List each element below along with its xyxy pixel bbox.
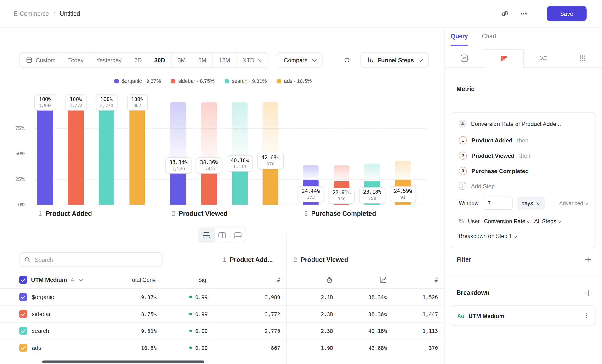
metric-title[interactable]: Conversion Rate of Product Adde... [471, 120, 561, 127]
breakdown-item[interactable]: Aa UTM Medium [451, 305, 596, 326]
legend-swatch [114, 79, 119, 83]
avg-time-column-header[interactable] [280, 276, 333, 284]
range-12m[interactable]: 12M [212, 53, 236, 67]
chart-type-segmentation-tab[interactable] [563, 49, 602, 67]
chart-type-funnel-tab[interactable] [484, 49, 524, 67]
select-all-checkbox[interactable] [19, 276, 27, 284]
avg-time-cell: 2.3D [280, 311, 333, 317]
range-today[interactable]: Today [62, 53, 90, 67]
bar-percent: 38.36% [200, 159, 218, 165]
chevron-down-icon [419, 57, 423, 62]
layout-split-horizontal-button[interactable] [199, 228, 214, 242]
step1-count-cell: 867 [208, 345, 280, 351]
range-label: 3M [178, 56, 186, 63]
window-unit-select[interactable]: days [517, 197, 545, 210]
chart-trend-icon [379, 276, 387, 284]
total-conv-column-header[interactable]: Total Conv. [104, 277, 157, 283]
report-title[interactable]: Untitled [60, 10, 80, 17]
step-number: 2 [172, 210, 175, 217]
metric-step[interactable]: 3Purchase Completed [459, 163, 588, 178]
bar-percent: 23.18% [363, 189, 381, 195]
chevron-down-icon[interactable] [79, 277, 83, 281]
add-filter-button[interactable] [585, 257, 591, 263]
measure-entity[interactable]: User [468, 218, 480, 225]
bar-value-label: 100%3,980 [34, 94, 56, 110]
range-7d[interactable]: 7D [128, 53, 148, 67]
sig-cell: 0.99 [157, 345, 208, 351]
funnel-bar[interactable] [171, 103, 186, 204]
count2-column-header[interactable]: # [387, 276, 438, 283]
sig-column-header[interactable]: Sig. [157, 277, 208, 283]
range-xtd[interactable]: XTD [236, 53, 268, 67]
tab-query[interactable]: Query [451, 33, 468, 46]
funnel-bar[interactable] [129, 103, 145, 204]
bar-value-label: 40.18%1,113 [226, 156, 253, 172]
breakdown-item-menu-button[interactable] [583, 312, 590, 319]
report-canvas: CustomTodayYesterday7D30D3M6M12MXTD Comp… [0, 28, 444, 364]
chart-type-flows-tab[interactable] [524, 49, 563, 67]
tab-chart[interactable]: Chart [482, 33, 496, 46]
breakdown-column-label[interactable]: UTM Medium [31, 276, 67, 283]
funnel-bar[interactable] [232, 103, 247, 204]
metric-step[interactable]: 2Product Viewedthen [459, 148, 588, 163]
measure-scope-select[interactable]: All Steps [534, 218, 561, 225]
chart-settings-button[interactable] [340, 53, 355, 67]
row-checkbox[interactable] [19, 344, 27, 352]
split-vertical-icon [218, 232, 226, 238]
save-button[interactable]: Save [547, 6, 587, 21]
legend-item[interactable]: search · 9.31% [225, 78, 267, 84]
measure-type-select[interactable]: Conversion Rate [484, 218, 530, 225]
metric-step[interactable]: 1Product Addedthen [459, 132, 588, 148]
range-yesterday[interactable]: Yesterday [90, 53, 128, 67]
legend-item[interactable]: sidebar · 8.75% [171, 78, 215, 84]
row-checkbox[interactable] [19, 293, 27, 301]
horizontal-scrollbar-thumb[interactable] [42, 360, 204, 363]
row-checkbox[interactable] [19, 327, 27, 335]
total-conv-cell: 9.31% [104, 328, 157, 334]
range-30d[interactable]: 30D [148, 53, 171, 67]
sig-value: 0.99 [195, 328, 208, 334]
layout-split-vertical-button[interactable] [214, 228, 230, 242]
legend-item[interactable]: $organic · 9.37% [114, 78, 161, 84]
funnel-bar[interactable] [68, 103, 84, 204]
copy-link-button[interactable] [498, 6, 512, 21]
legend-item[interactable]: ads · 10.5% [277, 78, 312, 84]
window-value-input[interactable] [483, 197, 513, 210]
chevron-down-icon [537, 200, 541, 205]
step-number-badge: 3 [459, 167, 467, 175]
add-step-button[interactable]: Add Step [459, 179, 588, 193]
funnel-chart: 100%3,980100%3,772100%2,770100%8671Produ… [34, 103, 426, 204]
funnel-bar[interactable] [201, 103, 217, 204]
view-type-selector[interactable]: Funnel Steps [360, 52, 429, 67]
conv-rate-column-header[interactable] [333, 276, 387, 284]
bar-count: 373 [302, 195, 320, 200]
bar-percent: 38.34% [169, 159, 187, 165]
compare-button[interactable]: Compare [277, 52, 323, 67]
search-input[interactable] [34, 256, 158, 263]
add-breakdown-button[interactable] [585, 290, 591, 296]
layout-chart-only-button[interactable] [230, 228, 246, 242]
string-type-badge: Aa [457, 313, 464, 319]
breakdown-heading: Breakdown [456, 289, 489, 297]
gridline [34, 205, 426, 205]
bar-percent: 40.18% [231, 158, 249, 163]
range-6m[interactable]: 6M [192, 53, 212, 67]
row-checkbox[interactable] [19, 310, 27, 318]
breadcrumb-project[interactable]: E-Commerce [14, 10, 49, 17]
row-label-cell: ads [19, 344, 104, 352]
advanced-button[interactable]: Advanced [559, 200, 588, 206]
step-connector: then [519, 152, 530, 159]
step1-count-cell: 3,772 [208, 311, 280, 317]
more-options-button[interactable] [516, 6, 531, 21]
row-label-cell: search [19, 327, 104, 335]
conversion-window-row: Window days Advanced [459, 195, 588, 211]
funnel-bar[interactable] [37, 103, 53, 204]
funnel-bar[interactable] [99, 103, 114, 204]
chart-type-insights-tab[interactable] [445, 49, 484, 67]
range-custom[interactable]: Custom [20, 53, 62, 67]
legend-label: ads · 10.5% [284, 78, 312, 84]
breakdown-scope-select[interactable]: Breakdown on Step 1 [459, 231, 588, 242]
y-tick-label: 25% [5, 176, 25, 182]
range-3m[interactable]: 3M [171, 53, 192, 67]
count-column-header[interactable]: # [208, 276, 280, 283]
